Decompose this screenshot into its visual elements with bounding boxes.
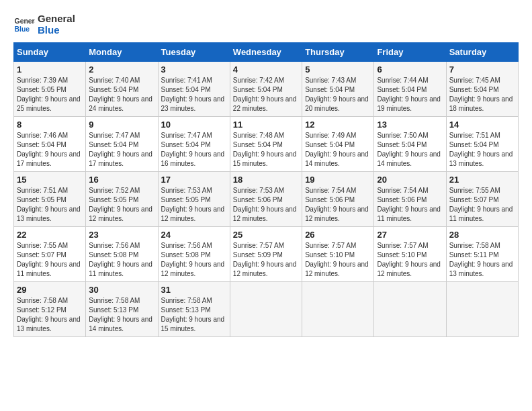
- calendar-day-cell: 27Sunrise: 7:57 AMSunset: 5:10 PMDayligh…: [374, 227, 446, 282]
- day-detail: Sunrise: 7:50 AMSunset: 5:04 PMDaylight:…: [377, 131, 443, 169]
- logo: General Blue GeneralBlue: [13, 13, 75, 36]
- day-detail: Sunrise: 7:58 AMSunset: 5:13 PMDaylight:…: [89, 296, 154, 334]
- calendar-day-cell: 25Sunrise: 7:57 AMSunset: 5:09 PMDayligh…: [230, 227, 302, 282]
- day-detail: Sunrise: 7:54 AMSunset: 5:06 PMDaylight:…: [377, 186, 443, 224]
- day-number: 12: [305, 120, 371, 130]
- day-detail: Sunrise: 7:39 AMSunset: 5:05 PMDaylight:…: [17, 76, 83, 113]
- day-of-week-header: Monday: [86, 43, 158, 62]
- day-number: 6: [377, 64, 443, 75]
- day-number: 15: [17, 175, 83, 185]
- day-detail: Sunrise: 7:57 AMSunset: 5:09 PMDaylight:…: [233, 241, 299, 279]
- calendar-day-cell: 13Sunrise: 7:50 AMSunset: 5:04 PMDayligh…: [374, 117, 446, 172]
- calendar-day-cell: 12Sunrise: 7:49 AMSunset: 5:04 PMDayligh…: [302, 117, 374, 172]
- day-detail: Sunrise: 7:55 AMSunset: 5:07 PMDaylight:…: [17, 241, 83, 279]
- day-number: 1: [17, 64, 83, 75]
- day-of-week-header: Friday: [374, 43, 446, 62]
- day-number: 11: [233, 120, 299, 130]
- day-number: 14: [449, 120, 515, 130]
- day-detail: Sunrise: 7:47 AMSunset: 5:04 PMDaylight:…: [161, 131, 227, 169]
- calendar-day-cell: 18Sunrise: 7:53 AMSunset: 5:06 PMDayligh…: [230, 172, 302, 227]
- calendar-day-cell: 29Sunrise: 7:58 AMSunset: 5:12 PMDayligh…: [14, 282, 86, 337]
- day-detail: Sunrise: 7:58 AMSunset: 5:11 PMDaylight:…: [449, 241, 515, 279]
- day-detail: Sunrise: 7:40 AMSunset: 5:04 PMDaylight:…: [89, 76, 154, 113]
- day-detail: Sunrise: 7:54 AMSunset: 5:06 PMDaylight:…: [305, 186, 371, 224]
- calendar-day-cell: [230, 282, 302, 337]
- day-number: 9: [89, 120, 154, 130]
- calendar-week-row: 29Sunrise: 7:58 AMSunset: 5:12 PMDayligh…: [14, 282, 519, 337]
- calendar-day-cell: 10Sunrise: 7:47 AMSunset: 5:04 PMDayligh…: [158, 117, 230, 172]
- calendar-day-cell: 20Sunrise: 7:54 AMSunset: 5:06 PMDayligh…: [374, 172, 446, 227]
- day-detail: Sunrise: 7:55 AMSunset: 5:07 PMDaylight:…: [449, 186, 515, 224]
- calendar-header-row: SundayMondayTuesdayWednesdayThursdayFrid…: [14, 43, 519, 62]
- calendar-day-cell: 23Sunrise: 7:56 AMSunset: 5:08 PMDayligh…: [86, 227, 158, 282]
- day-detail: Sunrise: 7:57 AMSunset: 5:10 PMDaylight:…: [305, 241, 371, 279]
- calendar-day-cell: [446, 282, 518, 337]
- day-number: 19: [305, 175, 371, 185]
- calendar-day-cell: 28Sunrise: 7:58 AMSunset: 5:11 PMDayligh…: [446, 227, 518, 282]
- calendar-day-cell: [374, 282, 446, 337]
- calendar-day-cell: 15Sunrise: 7:51 AMSunset: 5:05 PMDayligh…: [14, 172, 86, 227]
- calendar-day-cell: 3Sunrise: 7:41 AMSunset: 5:04 PMDaylight…: [158, 62, 230, 117]
- day-number: 13: [377, 120, 443, 130]
- calendar-week-row: 8Sunrise: 7:46 AMSunset: 5:04 PMDaylight…: [14, 117, 519, 172]
- day-detail: Sunrise: 7:49 AMSunset: 5:04 PMDaylight:…: [305, 131, 371, 169]
- day-detail: Sunrise: 7:51 AMSunset: 5:05 PMDaylight:…: [17, 186, 83, 224]
- day-detail: Sunrise: 7:58 AMSunset: 5:12 PMDaylight:…: [17, 296, 83, 334]
- calendar-week-row: 22Sunrise: 7:55 AMSunset: 5:07 PMDayligh…: [14, 227, 519, 282]
- day-number: 28: [449, 230, 515, 240]
- day-detail: Sunrise: 7:58 AMSunset: 5:13 PMDaylight:…: [161, 296, 227, 334]
- day-number: 5: [305, 64, 371, 75]
- day-detail: Sunrise: 7:43 AMSunset: 5:04 PMDaylight:…: [305, 76, 371, 113]
- day-number: 22: [17, 230, 83, 240]
- calendar-day-cell: 1Sunrise: 7:39 AMSunset: 5:05 PMDaylight…: [14, 62, 86, 117]
- day-number: 23: [89, 230, 154, 240]
- day-of-week-header: Saturday: [446, 43, 518, 62]
- calendar-day-cell: 5Sunrise: 7:43 AMSunset: 5:04 PMDaylight…: [302, 62, 374, 117]
- day-number: 8: [17, 120, 83, 130]
- logo-icon: General Blue: [13, 14, 35, 36]
- day-detail: Sunrise: 7:46 AMSunset: 5:04 PMDaylight:…: [17, 131, 83, 169]
- day-detail: Sunrise: 7:53 AMSunset: 5:06 PMDaylight:…: [233, 186, 299, 224]
- calendar-day-cell: 30Sunrise: 7:58 AMSunset: 5:13 PMDayligh…: [86, 282, 158, 337]
- calendar-week-row: 1Sunrise: 7:39 AMSunset: 5:05 PMDaylight…: [14, 62, 519, 117]
- day-detail: Sunrise: 7:56 AMSunset: 5:08 PMDaylight:…: [89, 241, 154, 279]
- logo-text: GeneralBlue: [38, 13, 75, 36]
- day-number: 30: [89, 285, 154, 295]
- calendar-week-row: 15Sunrise: 7:51 AMSunset: 5:05 PMDayligh…: [14, 172, 519, 227]
- day-number: 24: [161, 230, 227, 240]
- day-number: 20: [377, 175, 443, 185]
- day-of-week-header: Thursday: [302, 43, 374, 62]
- day-detail: Sunrise: 7:48 AMSunset: 5:04 PMDaylight:…: [233, 131, 299, 169]
- svg-text:Blue: Blue: [15, 25, 30, 32]
- day-number: 7: [449, 64, 515, 75]
- day-number: 31: [161, 285, 227, 295]
- day-number: 16: [89, 175, 154, 185]
- day-detail: Sunrise: 7:53 AMSunset: 5:05 PMDaylight:…: [161, 186, 227, 224]
- calendar-table: SundayMondayTuesdayWednesdayThursdayFrid…: [13, 42, 519, 337]
- calendar-day-cell: 22Sunrise: 7:55 AMSunset: 5:07 PMDayligh…: [14, 227, 86, 282]
- day-of-week-header: Sunday: [14, 43, 86, 62]
- day-detail: Sunrise: 7:47 AMSunset: 5:04 PMDaylight:…: [89, 131, 154, 169]
- day-detail: Sunrise: 7:57 AMSunset: 5:10 PMDaylight:…: [377, 241, 443, 279]
- calendar-day-cell: 6Sunrise: 7:44 AMSunset: 5:04 PMDaylight…: [374, 62, 446, 117]
- calendar-day-cell: 24Sunrise: 7:56 AMSunset: 5:08 PMDayligh…: [158, 227, 230, 282]
- day-detail: Sunrise: 7:45 AMSunset: 5:04 PMDaylight:…: [449, 76, 515, 113]
- day-detail: Sunrise: 7:42 AMSunset: 5:04 PMDaylight:…: [233, 76, 299, 113]
- day-detail: Sunrise: 7:52 AMSunset: 5:05 PMDaylight:…: [89, 186, 154, 224]
- calendar-day-cell: 4Sunrise: 7:42 AMSunset: 5:04 PMDaylight…: [230, 62, 302, 117]
- day-detail: Sunrise: 7:51 AMSunset: 5:04 PMDaylight:…: [449, 131, 515, 169]
- calendar-day-cell: 16Sunrise: 7:52 AMSunset: 5:05 PMDayligh…: [86, 172, 158, 227]
- page-header: General Blue GeneralBlue: [13, 13, 519, 36]
- calendar-day-cell: 14Sunrise: 7:51 AMSunset: 5:04 PMDayligh…: [446, 117, 518, 172]
- calendar-day-cell: 7Sunrise: 7:45 AMSunset: 5:04 PMDaylight…: [446, 62, 518, 117]
- day-number: 2: [89, 64, 154, 75]
- calendar-day-cell: 21Sunrise: 7:55 AMSunset: 5:07 PMDayligh…: [446, 172, 518, 227]
- day-of-week-header: Wednesday: [230, 43, 302, 62]
- calendar-day-cell: 31Sunrise: 7:58 AMSunset: 5:13 PMDayligh…: [158, 282, 230, 337]
- day-of-week-header: Tuesday: [158, 43, 230, 62]
- calendar-day-cell: 8Sunrise: 7:46 AMSunset: 5:04 PMDaylight…: [14, 117, 86, 172]
- svg-text:General: General: [15, 17, 35, 25]
- day-number: 25: [233, 230, 299, 240]
- calendar-day-cell: 17Sunrise: 7:53 AMSunset: 5:05 PMDayligh…: [158, 172, 230, 227]
- day-detail: Sunrise: 7:41 AMSunset: 5:04 PMDaylight:…: [161, 76, 227, 113]
